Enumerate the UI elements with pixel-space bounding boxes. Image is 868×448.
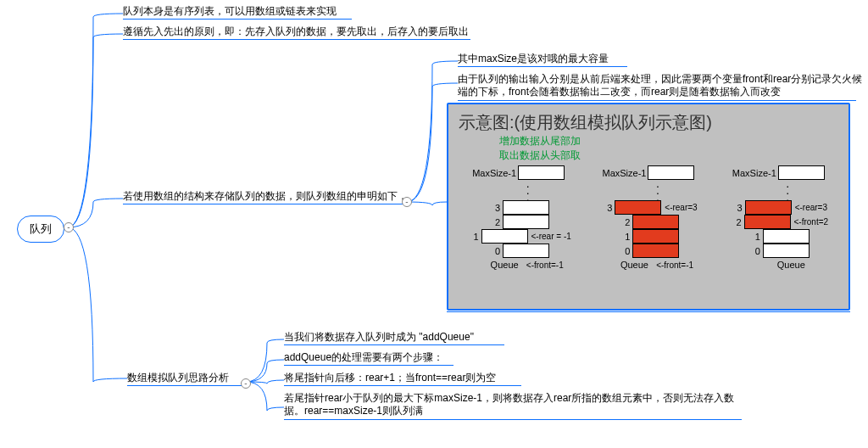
branch2-text: 遵循先入先出的原则，即：先存入队列的数据，要先取出，后存入的要后取出: [123, 25, 469, 38]
q1-caption: Queue: [491, 260, 519, 270]
branch4-underline: [127, 385, 242, 386]
branch1-underline: [123, 19, 352, 20]
branch4-sub3: 将尾指针向后移：rear+1；当front==rear则为空: [284, 372, 496, 384]
branch4-text: 数组模拟队列思路分析: [127, 372, 229, 384]
branch2-underline: [123, 39, 470, 40]
q3-maxsize: MaxSize-1: [732, 168, 778, 178]
root-label: 队列: [30, 222, 52, 235]
queue-diagram: 示意图:(使用数组模拟队列示意图) 增加数据从尾部加 取出数据从头部取 0 1<…: [447, 103, 850, 311]
branch3-underline: [123, 204, 403, 204]
q3-caption: Queue: [777, 260, 805, 270]
diagram-title: 示意图:(使用数组模拟队列示意图): [459, 111, 849, 134]
branch4-sub2: addQueue的处理需要有两个步骤：: [284, 351, 443, 364]
branch3-text: 若使用数组的结构来存储队列的数据，则队列数组的申明如下，: [123, 190, 408, 203]
root-node[interactable]: 队列: [17, 216, 64, 243]
queue-2: 0 1 2 3<-rear=3 ... MaxSize-1 Queue <-fr…: [585, 166, 712, 270]
diagram-note-remove: 取出数据从头部取: [499, 148, 849, 163]
expand-toggle-branch4[interactable]: -: [241, 378, 251, 389]
branch3-sub2-underline: [458, 100, 856, 101]
q3-front-label: <-front=2: [794, 217, 829, 227]
branch3-sub1-underline: [458, 66, 627, 67]
branch3-diagram-underline: [447, 311, 850, 312]
branch4-sub4-underline: [284, 419, 742, 420]
branch4-sub2-underline: [284, 365, 453, 366]
q1-rear-label: <-rear = -1: [531, 232, 571, 241]
branch4-sub1-underline: [284, 344, 504, 345]
q3-rear-label: <-rear=3: [795, 203, 827, 212]
branch4-sub3-underline: [284, 385, 521, 386]
branch3-sub2: 由于队列的输出输入分别是从前后端来处理，因此需要两个变量front和rear分别…: [458, 73, 865, 98]
branch4-sub4: 若尾指针rear小于队列的最大下标maxSize-1，则将数据存入rear所指的…: [284, 392, 742, 417]
queue-3: 0 1 2<-front=2 3<-rear=3 ... MaxSize-1 Q…: [715, 166, 842, 270]
q1-front-label: <-front=-1: [526, 260, 564, 270]
diagram-note-add: 增加数据从尾部加: [499, 134, 849, 148]
q2-maxsize: MaxSize-1: [602, 168, 648, 178]
q1-maxsize: MaxSize-1: [472, 168, 518, 178]
expand-toggle-branch3[interactable]: -: [402, 197, 412, 207]
branch1-text: 队列本身是有序列表，可以用数组或链表来实现: [123, 5, 337, 18]
q2-rear-label: <-rear=3: [665, 203, 697, 212]
q2-caption: Queue: [620, 260, 648, 270]
branch3-sub1: 其中maxSize是该对哦的最大容量: [458, 53, 609, 65]
queue-1: 0 1<-rear = -1 2 3 ... MaxSize-1 Queue <…: [455, 166, 582, 270]
queues-row: 0 1<-rear = -1 2 3 ... MaxSize-1 Queue <…: [448, 166, 849, 273]
q2-front-label: <-front=-1: [656, 260, 693, 270]
branch4-sub1: 当我们将数据存入队列时成为 "addQueue": [284, 331, 474, 344]
expand-toggle-root[interactable]: -: [64, 222, 74, 232]
